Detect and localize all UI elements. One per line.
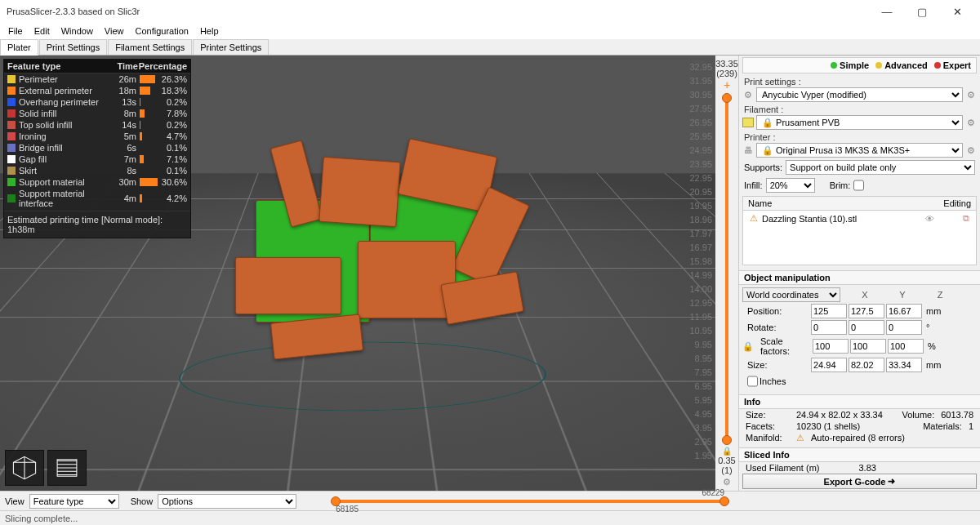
tab-plater[interactable]: Plater (0, 39, 38, 56)
legend-swatch (7, 98, 16, 106)
layer-slider-thumb-bottom[interactable] (722, 435, 732, 445)
print-settings-label: Print settings : (739, 75, 980, 87)
size-y[interactable] (849, 358, 884, 372)
object-name: Dazzling Stantia (10).stl (762, 214, 921, 224)
object-list: Name Editing ⚠ Dazzling Stantia (10).stl… (742, 196, 977, 265)
legend-feature-name: Perimeter (19, 74, 107, 84)
legend-row[interactable]: Skirt 8s 0.1% (4, 165, 190, 176)
legend-row[interactable]: Solid infill 8m 7.8% (4, 108, 190, 119)
edit-icon[interactable]: ⧉ (963, 213, 969, 224)
info-title: Info (739, 394, 980, 409)
export-gcode-button[interactable]: Export G-code ➜ (742, 474, 977, 489)
legend-row[interactable]: Support material 30m 30.6% (4, 176, 190, 188)
mode-advanced[interactable]: Advanced (875, 60, 928, 70)
gear-icon[interactable]: ⚙ (965, 118, 977, 128)
info-facets-label: Facets: (746, 421, 790, 431)
warning-icon: ⚠ (796, 433, 804, 443)
brim-checkbox[interactable] (853, 178, 864, 193)
scale-lock-icon[interactable]: 🔒 (742, 341, 754, 352)
minimize-icon[interactable]: — (871, 6, 903, 18)
tick-label: 18.96 (689, 215, 712, 225)
right-panel: Simple Advanced Expert Print settings : … (738, 56, 980, 491)
legend-bar (140, 109, 159, 118)
gear-icon[interactable]: ⚙ (742, 90, 754, 100)
legend-row[interactable]: Bridge infill 6s 0.1% (4, 142, 190, 153)
estimated-time: Estimated printing time [Normal mode]: 1… (4, 211, 190, 238)
menu-view[interactable]: View (100, 24, 129, 38)
3d-viewport[interactable]: Feature type Time Percentage Perimeter 2… (0, 56, 715, 491)
lock-icon[interactable]: 🔒 (722, 447, 732, 456)
print-settings-select[interactable]: Anycubic Vyper (modified) (756, 87, 963, 102)
filament-color-swatch[interactable] (742, 118, 754, 127)
view-select[interactable]: Feature type (29, 494, 119, 509)
supports-select[interactable]: Support on build plate only (786, 160, 975, 175)
filament-select[interactable]: 🔒 Prusament PVB (756, 115, 963, 130)
tab-filament-settings[interactable]: Filament Settings (108, 39, 192, 55)
info-size: 24.94 x 82.02 x 33.34 (796, 410, 883, 420)
eye-icon[interactable]: 👁 (925, 214, 934, 224)
size-label: Size: (742, 360, 809, 370)
legend-pct: 26.3% (159, 74, 187, 84)
legend-swatch (7, 144, 16, 152)
isometric-view-button[interactable] (5, 450, 44, 486)
layer-slider-thumb-top[interactable] (722, 93, 732, 103)
legend-row[interactable]: Support material interface 4m 4.2% (4, 188, 190, 209)
printer-select[interactable]: 🔒 Original Prusa i3 MK3S & MK3S+ (756, 143, 963, 158)
rotate-y[interactable] (849, 320, 884, 335)
legend-time: 8s (107, 166, 136, 176)
legend-row[interactable]: Top solid infill 14s 0.2% (4, 119, 190, 131)
position-unit: mm (924, 306, 942, 316)
size-x[interactable] (811, 358, 847, 372)
scale-x[interactable] (813, 339, 849, 354)
legend-time: 13s (107, 97, 136, 107)
layer-slider[interactable]: 33.35 (239) + 🔒 0.35 (1) ⚙ (715, 56, 738, 491)
legend-row[interactable]: Perimeter 26m 26.3% (4, 73, 190, 85)
position-z[interactable] (886, 304, 922, 318)
inches-checkbox[interactable] (747, 374, 758, 389)
rotate-z[interactable] (886, 320, 922, 335)
scale-z[interactable] (888, 339, 924, 354)
legend-feature-name: Overhang perimeter (19, 97, 107, 107)
tick-label: 6.95 (695, 381, 712, 391)
menu-configuration[interactable]: Configuration (130, 24, 193, 38)
tick-label: 31.95 (689, 76, 712, 86)
legend-time: 18m (107, 86, 136, 96)
legend-row[interactable]: Gap fill 7m 7.1% (4, 153, 190, 165)
mode-simple[interactable]: Simple (831, 60, 869, 70)
gear-icon[interactable]: ⚙ (965, 90, 977, 100)
gear-icon[interactable]: ⚙ (723, 477, 731, 487)
rotate-x[interactable] (811, 320, 847, 335)
axis-y-label: Y (884, 290, 921, 300)
tab-printer-settings[interactable]: Printer Settings (193, 39, 269, 55)
tick-label: 19.95 (689, 201, 712, 211)
maximize-icon[interactable]: ▢ (906, 6, 938, 18)
legend-row[interactable]: Overhang perimeter 13s 0.2% (4, 96, 190, 108)
mode-expert[interactable]: Expert (934, 60, 971, 70)
move-slider-thumb-left[interactable] (331, 496, 341, 506)
close-icon[interactable]: ✕ (941, 6, 973, 18)
position-y[interactable] (849, 304, 884, 318)
window-title: PrusaSlicer-2.3.3 based on Slic3r (7, 7, 871, 16)
plus-icon[interactable]: + (724, 78, 730, 91)
used-filament: 3.83 (858, 463, 875, 473)
size-z[interactable] (886, 358, 922, 372)
menu-window[interactable]: Window (56, 24, 98, 38)
move-slider-thumb-right[interactable] (719, 496, 729, 506)
legend-pct: 7.8% (159, 109, 187, 118)
scale-y[interactable] (850, 339, 886, 354)
menu-edit[interactable]: Edit (29, 24, 55, 38)
layer-slider-track[interactable] (725, 96, 728, 442)
position-x[interactable] (811, 304, 847, 318)
layers-view-button[interactable] (47, 450, 87, 486)
tab-print-settings[interactable]: Print Settings (39, 39, 107, 55)
move-slider[interactable]: 68185 68229 (334, 500, 726, 503)
infill-select[interactable]: 20% (766, 178, 815, 193)
coord-space-select[interactable]: World coordinates (742, 287, 840, 302)
legend-row[interactable]: Ironing 5m 4.7% (4, 131, 190, 142)
menu-help[interactable]: Help (195, 24, 224, 38)
object-list-item[interactable]: ⚠ Dazzling Stantia (10).stl 👁 ⧉ (743, 211, 976, 226)
gear-icon[interactable]: ⚙ (965, 145, 977, 156)
legend-row[interactable]: External perimeter 18m 18.3% (4, 85, 190, 96)
show-select[interactable]: Options (158, 494, 296, 509)
menu-file[interactable]: File (3, 24, 28, 38)
